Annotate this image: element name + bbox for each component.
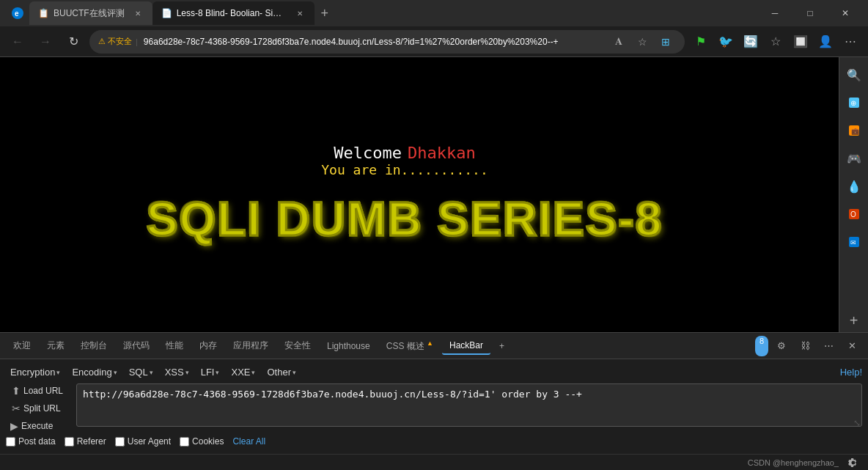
devtools-more-icon[interactable]: ⋯: [818, 336, 839, 356]
hackbar-xss-btn[interactable]: XSS ▾: [161, 365, 194, 379]
refresh-button[interactable]: ↻: [62, 30, 85, 54]
security-warning: ⚠ 不安全 |: [98, 36, 139, 47]
sidebar-office-icon[interactable]: O: [842, 202, 866, 226]
warning-icon: ⚠: [98, 37, 106, 46]
tab1-label: BUUCTF在线评测: [54, 7, 125, 20]
favorites-star-icon[interactable]: ☆: [764, 30, 787, 54]
devtab-css-overview[interactable]: CSS 概述 ▲: [379, 337, 441, 356]
sql-label: SQL: [129, 367, 148, 378]
tab2-close[interactable]: ✕: [294, 7, 306, 19]
load-url-button[interactable]: ⬆ Load URL: [6, 383, 72, 398]
hackbar-other-btn[interactable]: Other ▾: [262, 365, 301, 379]
hackbar-encryption-btn[interactable]: Encryption ▾: [6, 365, 65, 379]
hackbar-xxe-btn[interactable]: XXE ▾: [227, 365, 260, 379]
post-data-group: Post data: [6, 436, 56, 447]
hackbar-sql-btn[interactable]: SQL ▾: [125, 365, 158, 379]
url-textarea[interactable]: [76, 383, 862, 427]
devtab-elements[interactable]: 元素: [40, 337, 72, 355]
devtab-memory[interactable]: 内存: [192, 337, 224, 355]
devtab-sources[interactable]: 源代码: [116, 337, 157, 355]
maximize-button[interactable]: □: [793, 1, 827, 25]
sidebar-drop-icon[interactable]: 💧: [842, 175, 866, 198]
referer-checkbox[interactable]: [65, 437, 74, 447]
devtab-performance[interactable]: 性能: [158, 337, 191, 355]
svg-text:O: O: [850, 210, 856, 219]
svg-text:⊕: ⊕: [850, 99, 856, 107]
sync-icon[interactable]: 🔄: [739, 30, 762, 54]
svg-text:✉: ✉: [850, 239, 856, 246]
you-are-in-text: You are in...........: [321, 162, 488, 177]
user-agent-label: User Agent: [128, 436, 171, 447]
hackbar-url-section: ⬆ Load URL ✂ Split URL ▶ Execute ⤡: [6, 383, 862, 433]
split-url-button[interactable]: ✂ Split URL: [6, 401, 72, 416]
read-aloud-icon[interactable]: 𝐀: [608, 32, 629, 52]
devtools-close-icon[interactable]: ✕: [842, 336, 862, 356]
url-resize-handle[interactable]: ⤡: [853, 418, 861, 428]
sql-arrow: ▾: [150, 369, 153, 376]
encryption-arrow: ▾: [56, 369, 60, 376]
close-button[interactable]: ✕: [828, 1, 862, 25]
title-bar: e 📋 BUUCTF在线评测 ✕ 📄 Less-8 Blind- Boolian…: [0, 0, 868, 26]
new-tab-button[interactable]: +: [315, 3, 335, 23]
collections-icon[interactable]: ⊞: [655, 32, 676, 52]
sidebar-outlook-icon[interactable]: ✉: [842, 230, 866, 254]
clear-all-button[interactable]: Clear All: [232, 436, 265, 447]
devtab-add[interactable]: +: [492, 338, 512, 354]
hackbar-encoding-btn[interactable]: Encoding ▾: [67, 365, 121, 379]
minimize-button[interactable]: ─: [758, 1, 792, 25]
devtab-application[interactable]: 应用程序: [226, 337, 276, 355]
tab-inactive-1[interactable]: 📋 BUUCTF在线评测 ✕: [29, 1, 152, 25]
address-icons: 𝐀 ☆ ⊞: [608, 32, 676, 52]
address-input-wrap[interactable]: ⚠ 不安全 | 96a6d28e-78c7-4368-9569-1728d6f3…: [89, 30, 685, 54]
sidebar-search-icon[interactable]: 🔍: [842, 63, 866, 87]
hackbar-action-buttons: ⬆ Load URL ✂ Split URL ▶ Execute: [6, 383, 72, 433]
sidebar-games-icon[interactable]: 🎮: [842, 147, 866, 170]
sidebar-add-icon[interactable]: +: [842, 309, 866, 332]
load-url-label: Load URL: [23, 386, 63, 396]
user-agent-checkbox[interactable]: [115, 437, 125, 447]
extensions-icon[interactable]: 🔲: [789, 30, 812, 54]
sidebar-right: 🔍 ⊕ 💼 🎮 💧 O ✉ +: [839, 57, 868, 332]
browser-icon: e: [6, 1, 29, 25]
hackbar-help[interactable]: Help!: [840, 367, 862, 378]
hackbar-area: Encryption ▾ Encoding ▾ SQL ▾ XSS ▾ LFI: [0, 359, 868, 454]
encoding-label: Encoding: [72, 367, 111, 378]
hackbar-lfi-btn[interactable]: LFI ▾: [196, 365, 224, 379]
xxe-arrow: ▾: [251, 369, 255, 376]
tab1-close[interactable]: ✕: [132, 7, 144, 19]
post-data-label: Post data: [18, 436, 56, 447]
other-label: Other: [267, 367, 291, 378]
devtab-console[interactable]: 控制台: [73, 337, 114, 355]
devtools-settings-icon[interactable]: ⚙: [771, 336, 792, 356]
sidebar-collections-icon[interactable]: ⊕: [842, 91, 866, 114]
execute-button[interactable]: ▶ Execute: [6, 419, 72, 433]
profile-icon[interactable]: 👤: [814, 30, 837, 54]
devtools-icons: 8 ⚙ ⛓ ⋯ ✕: [755, 336, 862, 356]
settings-icon[interactable]: ⋯: [839, 30, 862, 54]
back-button[interactable]: ←: [6, 30, 29, 54]
tab2-favicon: 📄: [161, 8, 172, 18]
devtools-panel: 欢迎 元素 控制台 源代码 性能 内存 应用程序 安全性 Lighthouse …: [0, 332, 868, 454]
post-data-checkbox[interactable]: [6, 437, 15, 447]
page-content: Welcome Dhakkan You are in........... SQ…: [0, 57, 839, 332]
svg-text:e: e: [15, 10, 19, 18]
flag-icon[interactable]: ⚑: [689, 30, 713, 54]
twitter-icon[interactable]: 🐦: [714, 30, 738, 54]
devtools-badge: 8: [755, 336, 768, 356]
sidebar-wallet-icon[interactable]: 💼: [842, 119, 866, 142]
devtab-hackbar[interactable]: HackBar: [442, 337, 490, 355]
welcome-row: Welcome Dhakkan: [334, 144, 475, 162]
main-layout: Welcome Dhakkan You are in........... SQ…: [0, 57, 868, 332]
cookies-checkbox[interactable]: [180, 437, 189, 447]
tab-active-2[interactable]: 📄 Less-8 Blind- Boolian- Single Qu... ✕: [152, 1, 315, 25]
hackbar-menu: Encryption ▾ Encoding ▾ SQL ▾ XSS ▾ LFI: [6, 364, 862, 383]
cookies-group: Cookies: [180, 436, 224, 447]
address-text: 96a6d28e-78c7-4368-9569-1728d6f3ba7e.nod…: [144, 37, 604, 47]
favorites-icon[interactable]: ☆: [632, 32, 652, 52]
devtab-lighthouse[interactable]: Lighthouse: [320, 338, 378, 354]
settings-status-icon[interactable]: [845, 456, 862, 469]
forward-button[interactable]: →: [34, 30, 57, 54]
devtab-security[interactable]: 安全性: [277, 337, 318, 355]
devtools-link-icon[interactable]: ⛓: [795, 336, 815, 356]
devtab-welcome[interactable]: 欢迎: [6, 337, 38, 355]
